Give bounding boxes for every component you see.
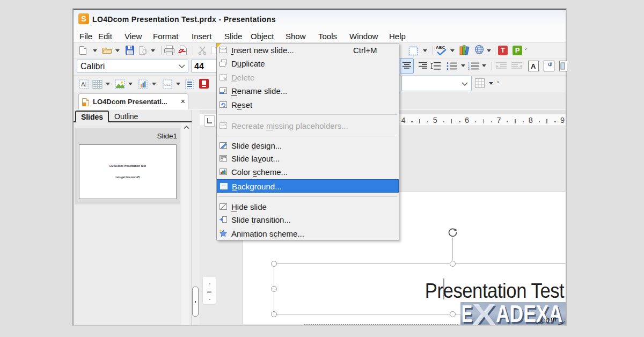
svg-text:OLE: OLE (164, 83, 171, 86)
svg-text:E: E (462, 302, 472, 325)
svg-text:3: 3 (468, 67, 470, 70)
svg-text:A: A (81, 81, 85, 87)
svg-text:A: A (531, 62, 536, 70)
svg-text:X: X (472, 302, 496, 325)
